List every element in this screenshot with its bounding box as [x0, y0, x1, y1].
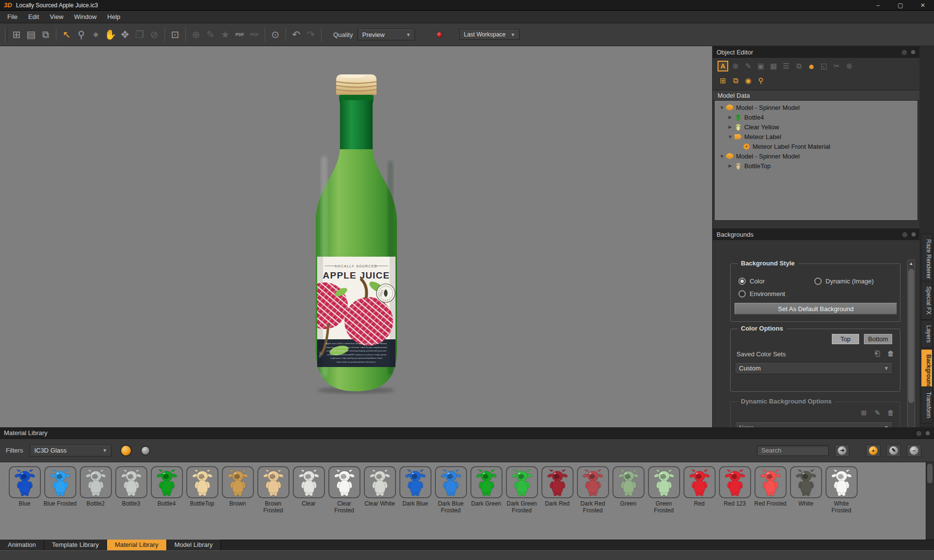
scrollbar-thumb[interactable]: [908, 269, 914, 403]
radio-dynamic-image[interactable]: Dynamic (Image): [814, 278, 874, 285]
redo-button[interactable]: ↷: [304, 27, 318, 42]
scroll-up-icon[interactable]: ▲: [908, 261, 915, 266]
tree-expand-arrow[interactable]: ▶: [727, 124, 734, 129]
delete-color-set-icon[interactable]: 🗑: [887, 350, 894, 357]
zoom-region-tool-button[interactable]: ⌖: [89, 27, 103, 42]
gallery-tool-button[interactable]: ▦: [768, 61, 779, 71]
open-file-button[interactable]: ▤: [24, 27, 38, 42]
material-thumbnail[interactable]: [648, 466, 680, 498]
search-input[interactable]: [757, 445, 829, 456]
material-item-dark-blue-frosted[interactable]: Dark Blue Frosted: [433, 466, 468, 514]
favorites-button[interactable]: ★: [218, 27, 233, 42]
tree-item-meteor-label-front-material[interactable]: Meteor Label Front Material: [715, 141, 917, 151]
material-item-brown-frosted[interactable]: Brown Frosted: [255, 466, 291, 514]
material-scrollbar[interactable]: [926, 462, 934, 540]
material-item-clear-frosted[interactable]: Clear Frosted: [326, 466, 362, 514]
close-button[interactable]: ✕: [912, 0, 934, 10]
new-document-button[interactable]: ⊞: [9, 27, 24, 42]
quality-dropdown[interactable]: Preview ▼: [358, 29, 415, 40]
add-node-button[interactable]: ⚲: [755, 75, 766, 86]
material-thumbnail[interactable]: [506, 466, 538, 498]
radio-environment[interactable]: Environment: [738, 290, 785, 298]
material-thumbnail[interactable]: [80, 466, 112, 498]
panel-settings-icon[interactable]: ◎: [901, 49, 906, 55]
undo-button[interactable]: ↶: [289, 27, 304, 42]
material-item-dark-green[interactable]: Dark Green: [468, 466, 504, 508]
backgrounds-scrollbar[interactable]: ▲ ▼: [907, 260, 915, 427]
material-thumbnail[interactable]: [826, 466, 858, 498]
toolbar-grip[interactable]: [5, 27, 7, 42]
duplicate-stack-button[interactable]: ⧉: [730, 75, 741, 86]
edit-dynamic-background-icon[interactable]: ✎: [875, 409, 880, 417]
pdf-export-button[interactable]: PDF: [247, 27, 262, 42]
material-item-dark-red[interactable]: Dark Red: [539, 466, 575, 508]
tree-item-bottletop[interactable]: ▶BottleTop: [715, 161, 917, 171]
delete-dynamic-background-icon[interactable]: 🗑: [887, 409, 894, 417]
material-thumbnail[interactable]: [257, 466, 289, 498]
material-item-dark-red-frosted[interactable]: Dark Red Frosted: [575, 466, 611, 514]
material-thumbnail[interactable]: [222, 466, 254, 498]
tab-template-library[interactable]: Template Library: [44, 540, 107, 550]
link-tool-button[interactable]: ⧉: [793, 61, 804, 71]
duplicate-add-button[interactable]: ⊞: [718, 75, 728, 86]
add-dynamic-background-icon[interactable]: ⊞: [861, 409, 867, 417]
edit-label-button[interactable]: ✎: [743, 61, 754, 71]
material-thumbnail[interactable]: [577, 466, 609, 498]
delete-object-button[interactable]: ⊗: [844, 61, 855, 71]
scrollbar-thumb[interactable]: [927, 464, 933, 483]
panel-close-icon[interactable]: ⊗: [911, 49, 916, 55]
viewport-3d[interactable]: LOCALLY SOURCED APPLE JUICE: [0, 46, 712, 427]
material-item-bottle4[interactable]: Bottle4: [149, 466, 184, 508]
rotate-tool-button[interactable]: ⊘: [147, 27, 162, 42]
add-material-button[interactable]: +: [866, 444, 880, 457]
tree-item-clear-yellow[interactable]: ▶Clear Yellow: [715, 122, 917, 132]
material-item-brown[interactable]: Brown: [220, 466, 255, 508]
menu-file[interactable]: File: [2, 11, 23, 23]
material-item-dark-green-frosted[interactable]: Dark Green Frosted: [504, 466, 539, 514]
material-thumbnail[interactable]: [399, 466, 431, 498]
workspace-dropdown[interactable]: Last Workspace ▼: [459, 29, 520, 40]
material-item-bottle2[interactable]: Bottle2: [78, 466, 113, 508]
minimize-button[interactable]: –: [867, 0, 889, 10]
material-item-red[interactable]: Red: [682, 466, 717, 508]
flat-sphere-toggle-icon[interactable]: [141, 446, 150, 455]
menu-view[interactable]: View: [44, 11, 69, 23]
smiley-tool-button[interactable]: ☻: [806, 61, 817, 71]
material-thumbnail[interactable]: [612, 466, 645, 498]
load-color-set-icon[interactable]: ⎗: [875, 350, 880, 358]
tree-item-model-spinner-model[interactable]: ▼Model - Spinner Model: [715, 151, 917, 161]
import-file-button[interactable]: ⧉: [38, 27, 53, 42]
list-tool-button[interactable]: ☰: [781, 61, 791, 71]
tree-expand-arrow[interactable]: ▶: [727, 163, 734, 168]
material-thumbnail[interactable]: [9, 466, 41, 498]
material-item-white-frosted[interactable]: White Frosted: [824, 466, 859, 514]
tree-expand-arrow[interactable]: ▼: [718, 105, 725, 110]
panel-close-icon[interactable]: ⊗: [911, 231, 916, 238]
radio-color[interactable]: Color: [738, 278, 765, 285]
filter-dropdown[interactable]: IC3D Glass ▼: [30, 445, 111, 456]
search-tool-button[interactable]: ⚲: [74, 27, 89, 42]
material-item-white[interactable]: White: [788, 466, 824, 508]
edit-artwork-button[interactable]: ✎: [203, 27, 218, 42]
tab-model-library[interactable]: Model Library: [167, 540, 221, 550]
material-thumbnail[interactable]: [44, 466, 76, 498]
material-item-blue[interactable]: Blue: [7, 466, 42, 508]
material-item-red-123[interactable]: Red 123: [717, 466, 753, 508]
tab-material-library[interactable]: Material Library: [107, 540, 167, 550]
material-thumbnail[interactable]: [435, 466, 467, 498]
add-object-button[interactable]: ⊕: [189, 27, 203, 42]
move-tool-button[interactable]: ✥: [118, 27, 132, 42]
tree-expand-arrow[interactable]: ▼: [718, 154, 725, 159]
assign-material-button[interactable]: ➜: [835, 444, 849, 457]
material-thumbnail[interactable]: [541, 466, 574, 498]
snapshot-button[interactable]: ⊙: [268, 27, 283, 42]
material-thumbnail[interactable]: [364, 466, 396, 498]
add-label-button[interactable]: ⊕: [730, 61, 741, 71]
bottle-model[interactable]: LOCALLY SOURCED APPLE JUICE: [314, 73, 399, 395]
color-bottom-button[interactable]: Bottom: [864, 334, 892, 344]
tree-item-bottle4[interactable]: ▶Bottle4: [715, 112, 917, 122]
material-thumbnail[interactable]: [790, 466, 822, 498]
tree-item-model-spinner-model[interactable]: ▼Model - Spinner Model: [715, 103, 917, 112]
panel-settings-icon[interactable]: ◎: [916, 430, 921, 437]
material-thumbnail[interactable]: [754, 466, 787, 498]
